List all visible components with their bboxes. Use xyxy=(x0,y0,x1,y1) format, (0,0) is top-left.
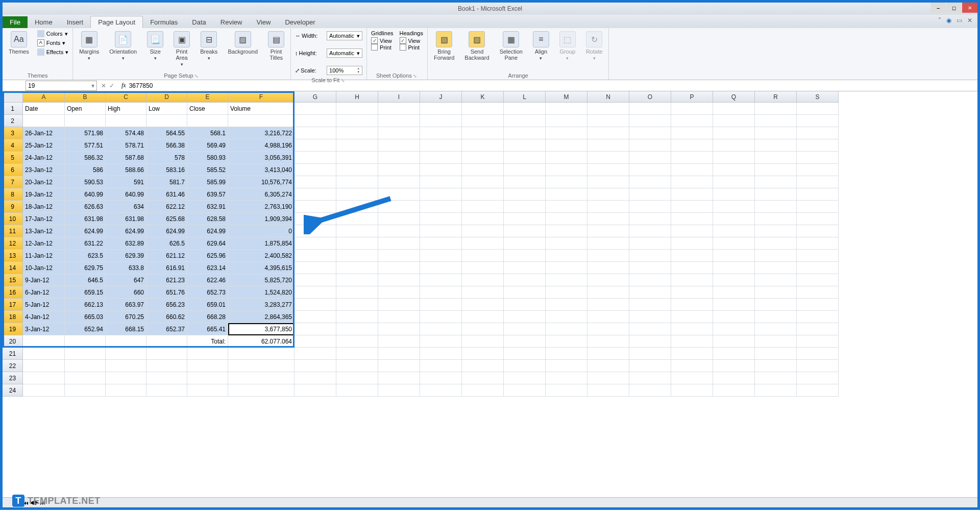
cell[interactable] xyxy=(420,262,462,274)
tab-page-layout[interactable]: Page Layout xyxy=(90,16,143,28)
cell[interactable] xyxy=(378,372,420,384)
cell[interactable] xyxy=(797,262,839,274)
cell[interactable] xyxy=(797,372,839,384)
cell[interactable] xyxy=(671,176,713,188)
cell[interactable] xyxy=(713,201,755,213)
col-head-Q[interactable]: Q xyxy=(713,91,755,103)
cell[interactable] xyxy=(755,115,797,127)
cell[interactable]: 632.91 xyxy=(187,201,228,213)
cell[interactable] xyxy=(378,348,420,360)
cell[interactable] xyxy=(462,299,504,311)
cell[interactable] xyxy=(336,348,378,360)
cell[interactable]: Total: xyxy=(187,335,228,348)
cell[interactable]: 659.15 xyxy=(65,286,106,299)
cell[interactable] xyxy=(755,225,797,237)
cell[interactable]: 652.73 xyxy=(187,286,228,299)
cell[interactable]: 571.98 xyxy=(65,127,106,139)
cell[interactable] xyxy=(671,213,713,225)
cell[interactable]: 566.38 xyxy=(146,139,187,152)
col-head-B[interactable]: B xyxy=(65,91,106,103)
cell[interactable]: 631.98 xyxy=(106,213,146,225)
cell[interactable] xyxy=(755,262,797,274)
cell[interactable]: 625.96 xyxy=(187,250,228,262)
cell[interactable] xyxy=(713,225,755,237)
row-head-6[interactable]: 6 xyxy=(3,164,23,176)
cell[interactable] xyxy=(420,250,462,262)
cell[interactable]: 580.93 xyxy=(187,152,228,164)
col-head-K[interactable]: K xyxy=(462,91,504,103)
col-head-G[interactable]: G xyxy=(295,91,336,103)
cell[interactable] xyxy=(378,225,420,237)
cell[interactable] xyxy=(671,103,713,115)
cell[interactable] xyxy=(546,127,587,139)
cell[interactable] xyxy=(420,164,462,176)
cell[interactable] xyxy=(755,311,797,323)
cell[interactable] xyxy=(378,299,420,311)
cell[interactable] xyxy=(755,286,797,299)
cell[interactable] xyxy=(504,335,546,348)
cell[interactable]: 647 xyxy=(106,274,146,286)
cell[interactable] xyxy=(65,348,106,360)
cell[interactable] xyxy=(504,201,546,213)
cell[interactable]: 656.23 xyxy=(146,299,187,311)
row-head-15[interactable]: 15 xyxy=(3,274,23,286)
cell[interactable] xyxy=(65,115,106,127)
cell[interactable] xyxy=(462,237,504,250)
cell[interactable]: 652.37 xyxy=(146,323,187,335)
cell[interactable] xyxy=(420,348,462,360)
cell[interactable] xyxy=(228,348,295,360)
cell[interactable]: 639.57 xyxy=(187,188,228,201)
cell[interactable]: 663.97 xyxy=(106,299,146,311)
cell[interactable] xyxy=(755,360,797,372)
cell[interactable]: 10-Jan-12 xyxy=(23,262,65,274)
row-head-8[interactable]: 8 xyxy=(3,188,23,201)
cell[interactable] xyxy=(713,274,755,286)
select-all-corner[interactable] xyxy=(3,91,23,103)
cell[interactable]: 13-Jan-12 xyxy=(23,225,65,237)
cell[interactable] xyxy=(420,335,462,348)
cell[interactable] xyxy=(462,360,504,372)
cell[interactable] xyxy=(587,237,629,250)
sheet-options-dialog-launcher[interactable]: ⤡ xyxy=(412,74,419,79)
cell[interactable] xyxy=(378,103,420,115)
cell[interactable] xyxy=(336,201,378,213)
cell[interactable] xyxy=(336,323,378,335)
help-icon[interactable]: ◉ xyxy=(946,17,951,24)
cell[interactable] xyxy=(504,360,546,372)
cell[interactable] xyxy=(420,323,462,335)
window-close-icon[interactable]: ✕ xyxy=(967,17,972,24)
cell[interactable] xyxy=(755,188,797,201)
cell[interactable] xyxy=(504,250,546,262)
row-head-3[interactable]: 3 xyxy=(3,127,23,139)
cell[interactable]: 629.75 xyxy=(65,262,106,274)
cell[interactable] xyxy=(755,127,797,139)
cell[interactable]: 632.89 xyxy=(106,237,146,250)
cell[interactable] xyxy=(629,384,671,397)
tab-data[interactable]: Data xyxy=(185,16,213,28)
cell[interactable] xyxy=(23,335,65,348)
cell[interactable] xyxy=(713,311,755,323)
row-head-21[interactable]: 21 xyxy=(3,348,23,360)
cell[interactable] xyxy=(504,323,546,335)
cell[interactable] xyxy=(587,127,629,139)
cell[interactable] xyxy=(295,188,336,201)
cell[interactable] xyxy=(629,103,671,115)
gridlines-view-checkbox[interactable]: ✓ xyxy=(371,37,378,44)
cell[interactable] xyxy=(671,384,713,397)
cell[interactable] xyxy=(629,213,671,225)
cell[interactable] xyxy=(755,348,797,360)
formula-input[interactable]: 3677850 xyxy=(129,82,977,89)
cell[interactable] xyxy=(420,188,462,201)
print-area-button[interactable]: ▣Print Area▾ xyxy=(172,30,192,68)
col-head-E[interactable]: E xyxy=(187,91,228,103)
cell[interactable] xyxy=(671,335,713,348)
cell[interactable] xyxy=(629,262,671,274)
spreadsheet-grid[interactable]: 123456789101112131415161718192021222324 … xyxy=(3,91,977,497)
row-head-24[interactable]: 24 xyxy=(3,384,23,397)
cell[interactable] xyxy=(65,372,106,384)
cell[interactable] xyxy=(462,250,504,262)
cell[interactable]: 631.98 xyxy=(65,213,106,225)
cell[interactable] xyxy=(462,323,504,335)
cell[interactable] xyxy=(106,372,146,384)
cell[interactable] xyxy=(713,372,755,384)
